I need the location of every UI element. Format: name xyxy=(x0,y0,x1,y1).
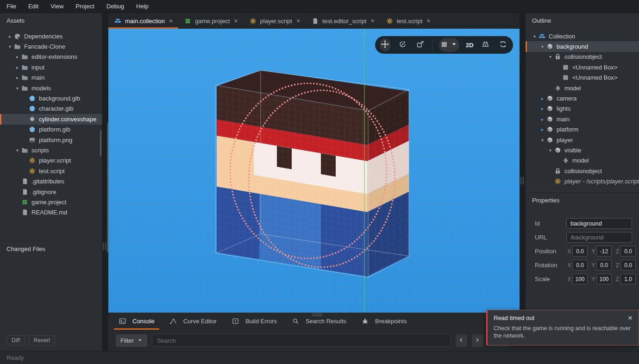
asset-readme.md[interactable]: README.md xyxy=(0,207,102,218)
outline-main[interactable]: ▸ main xyxy=(526,114,639,124)
asset-dependencies[interactable]: ▸ Dependencies xyxy=(0,31,102,41)
tab-test.editor_script[interactable]: test.editor_script × xyxy=(306,13,380,29)
close-tab-icon[interactable]: × xyxy=(169,17,173,25)
expand-arrow[interactable]: ▾ xyxy=(547,148,554,153)
asset-models[interactable]: ▾ models xyxy=(0,83,102,93)
outline-lights[interactable]: ▸ lights xyxy=(526,104,639,114)
outline-collisionobject[interactable]: ▾ collisionobject xyxy=(526,52,639,62)
outline-unnamed-box[interactable]: <Unnamed Box> xyxy=(526,62,639,72)
right-splitter-handle[interactable] xyxy=(520,177,524,184)
expand-arrow[interactable]: ▾ xyxy=(14,86,21,91)
expand-arrow[interactable]: ▸ xyxy=(539,106,546,111)
asset-cylinder.convexshape[interactable]: cylinder.convexshape xyxy=(0,114,102,124)
realign-camera-button[interactable] xyxy=(497,38,508,51)
menu-edit[interactable]: Edit xyxy=(28,3,38,10)
tab-test.script[interactable]: test.script × xyxy=(380,13,436,29)
filter-dropdown[interactable]: Filter xyxy=(116,334,147,347)
outline-player-scripts-player.script[interactable]: player - /scripts/player.script xyxy=(526,176,639,186)
axis-x-label: X xyxy=(566,248,572,255)
expand-arrow[interactable]: ▾ xyxy=(6,44,13,49)
rotate-tool-button[interactable] xyxy=(397,38,408,51)
scale-z-field[interactable]: 1.0 xyxy=(620,274,636,284)
expand-arrow[interactable]: ▸ xyxy=(539,96,546,101)
rotation-x-field[interactable]: 0.0 xyxy=(572,260,588,270)
asset-editor-extensions[interactable]: ▸ editor-extensions xyxy=(0,52,102,62)
menu-file[interactable]: File xyxy=(6,3,16,10)
search-input[interactable] xyxy=(152,334,451,347)
asset-.gitattributes[interactable]: .gitattributes xyxy=(0,176,102,186)
asset-scripts[interactable]: ▾ scripts xyxy=(0,145,102,155)
outline-model[interactable]: model xyxy=(526,83,639,93)
tab-game.project[interactable]: game.project × xyxy=(178,13,243,29)
asset-input[interactable]: ▸ input xyxy=(0,62,102,72)
outline-background[interactable]: ▾ background xyxy=(526,41,639,51)
expand-arrow[interactable]: ▸ xyxy=(14,54,21,59)
perspective-camera-button[interactable] xyxy=(480,38,491,51)
outline-platform[interactable]: ▸ platform xyxy=(526,125,639,135)
tab-player.script[interactable]: player.script × xyxy=(244,13,306,29)
expand-arrow[interactable]: ▸ xyxy=(539,127,546,132)
move-tool-button[interactable] xyxy=(380,38,391,51)
outline-model[interactable]: model xyxy=(526,156,639,166)
asset-fancade-clone[interactable]: ▾ Fancade-Clone xyxy=(0,41,102,51)
revert-button[interactable]: Revert xyxy=(29,335,55,345)
expand-arrow[interactable]: ▾ xyxy=(14,148,21,153)
url-field[interactable]: /background xyxy=(566,232,632,243)
scene-viewport[interactable]: 2D xyxy=(108,29,520,313)
expand-arrow[interactable]: ▸ xyxy=(14,75,21,80)
menu-view[interactable]: View xyxy=(50,3,63,10)
console-tab-build-errors[interactable]: Build Errors xyxy=(226,313,282,330)
outline-player[interactable]: ▾ player xyxy=(526,135,639,145)
close-icon[interactable]: × xyxy=(628,315,633,321)
console-tab-search-results[interactable]: Search Results xyxy=(286,313,352,330)
close-tab-icon[interactable]: × xyxy=(370,17,374,25)
left-splitter-handle[interactable] xyxy=(103,243,106,250)
expand-arrow[interactable]: ▾ xyxy=(547,54,554,59)
expand-arrow[interactable]: ▾ xyxy=(531,34,538,39)
menu-debug[interactable]: Debug xyxy=(106,3,124,10)
close-tab-icon[interactable]: × xyxy=(234,17,238,25)
grid-options-button[interactable] xyxy=(439,38,459,52)
asset-platform.png[interactable]: platform.png xyxy=(0,135,102,145)
assets-scrollbar[interactable] xyxy=(100,130,101,156)
close-tab-icon[interactable]: × xyxy=(296,17,300,25)
position-x-field[interactable]: 0.0 xyxy=(572,246,588,257)
asset-player.script[interactable]: player.script xyxy=(0,156,102,166)
close-tab-icon[interactable]: × xyxy=(426,17,430,25)
asset-platform.glb[interactable]: platform.glb xyxy=(0,125,102,135)
2d-mode-button[interactable]: 2D xyxy=(466,42,474,49)
outline-visible[interactable]: ▾ visible xyxy=(526,145,639,155)
expand-arrow[interactable]: ▸ xyxy=(6,34,13,39)
asset-main[interactable]: ▸ main xyxy=(0,73,102,83)
expand-arrow[interactable]: ▾ xyxy=(539,138,546,143)
rotation-z-field[interactable]: 0.0 xyxy=(620,260,636,270)
asset-test.script[interactable]: test.script xyxy=(0,166,102,176)
asset-game.project[interactable]: game.project xyxy=(0,197,102,207)
outline-camera[interactable]: ▸ camera xyxy=(526,93,639,103)
asset-.gitignore[interactable]: .gitignore xyxy=(0,187,102,197)
menu-project[interactable]: Project xyxy=(75,3,94,10)
asset-character.glb[interactable]: character.glb xyxy=(0,104,102,114)
next-result-button[interactable] xyxy=(472,334,483,347)
outline-collection[interactable]: ▾ Collection xyxy=(526,31,639,41)
scale-y-field[interactable]: 100 xyxy=(596,274,612,284)
console-tab-curve-editor[interactable]: Curve Editor xyxy=(164,313,222,330)
console-tab-console[interactable]: Console xyxy=(113,313,160,330)
position-z-field[interactable]: 0.0 xyxy=(620,246,636,257)
expand-arrow[interactable]: ▾ xyxy=(539,44,546,49)
asset-background.glb[interactable]: background.glb xyxy=(0,93,102,103)
outline-collisionobject[interactable]: collisionobject xyxy=(526,166,639,176)
diff-button[interactable]: Diff xyxy=(6,335,25,345)
scale-tool-button[interactable] xyxy=(414,38,426,51)
outline-unnamed-box[interactable]: <Unnamed Box> xyxy=(526,73,639,83)
expand-arrow[interactable]: ▸ xyxy=(14,65,21,70)
prev-result-button[interactable] xyxy=(456,334,467,347)
menu-help[interactable]: Help xyxy=(136,3,149,10)
expand-arrow[interactable]: ▸ xyxy=(539,117,546,122)
id-field[interactable]: background xyxy=(566,218,632,229)
rotation-y-field[interactable]: 0.0 xyxy=(596,260,612,270)
position-y-field[interactable]: -12 xyxy=(596,246,612,257)
console-tab-breakpoints[interactable]: Breakpoints xyxy=(356,313,413,330)
tab-main.collection[interactable]: main.collection × xyxy=(108,13,178,29)
scale-x-field[interactable]: 100 xyxy=(572,274,588,284)
